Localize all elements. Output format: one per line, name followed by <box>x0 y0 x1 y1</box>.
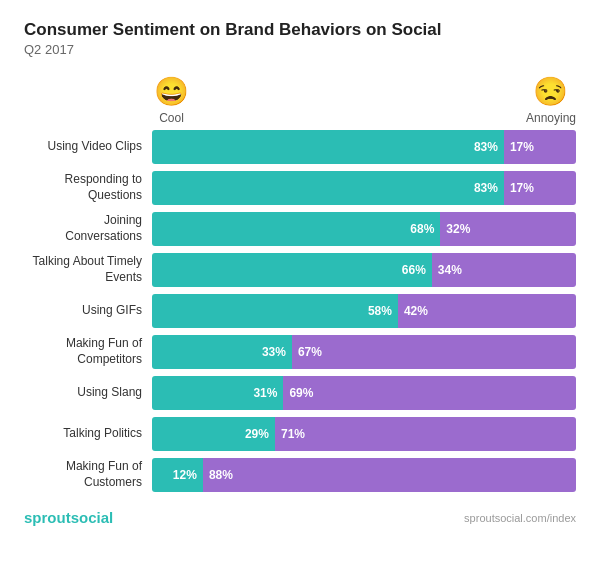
row-label: Using Slang <box>24 385 152 401</box>
bar-container: 29%71% <box>152 417 576 451</box>
footer: sproutsocial sproutsocial.com/index <box>24 509 576 526</box>
chart-area: Using Video Clips83%17%Responding to Que… <box>24 129 576 493</box>
bar-annoying: 32% <box>440 212 576 246</box>
row-label: Joining Conversations <box>24 213 152 244</box>
bar-cool: 33% <box>152 335 292 369</box>
annoying-label: 😒 Annoying <box>526 75 576 125</box>
row-label: Responding to Questions <box>24 172 152 203</box>
table-row: Making Fun of Customers12%88% <box>24 457 576 493</box>
bar-container: 66%34% <box>152 253 576 287</box>
brand-prefix: sprout <box>24 509 71 526</box>
row-label: Making Fun of Customers <box>24 459 152 490</box>
row-label: Using Video Clips <box>24 139 152 155</box>
cool-label: 😄 Cool <box>154 75 189 125</box>
bar-container: 58%42% <box>152 294 576 328</box>
row-label: Using GIFs <box>24 303 152 319</box>
bar-container: 83%17% <box>152 130 576 164</box>
bar-cool: 29% <box>152 417 275 451</box>
bar-container: 83%17% <box>152 171 576 205</box>
table-row: Using Video Clips83%17% <box>24 129 576 165</box>
chart-subtitle: Q2 2017 <box>24 42 576 57</box>
annoying-text: Annoying <box>526 111 576 125</box>
bar-annoying: 69% <box>283 376 576 410</box>
bar-cool: 83% <box>152 171 504 205</box>
bar-container: 33%67% <box>152 335 576 369</box>
brand-suffix: social <box>71 509 114 526</box>
cool-text: Cool <box>159 111 184 125</box>
table-row: Talking About Timely Events66%34% <box>24 252 576 288</box>
cool-icon: 😄 <box>154 75 189 108</box>
bar-annoying: 17% <box>504 130 576 164</box>
bar-cool: 31% <box>152 376 283 410</box>
row-label: Talking Politics <box>24 426 152 442</box>
footer-url: sproutsocial.com/index <box>464 512 576 524</box>
annoying-icon: 😒 <box>533 75 568 108</box>
brand-logo: sproutsocial <box>24 509 113 526</box>
bar-annoying: 67% <box>292 335 576 369</box>
bar-annoying: 34% <box>432 253 576 287</box>
table-row: Joining Conversations68%32% <box>24 211 576 247</box>
bar-cool: 58% <box>152 294 398 328</box>
bar-cool: 66% <box>152 253 432 287</box>
bar-cool: 68% <box>152 212 440 246</box>
bar-cool: 83% <box>152 130 504 164</box>
table-row: Using Slang31%69% <box>24 375 576 411</box>
row-label: Making Fun of Competitors <box>24 336 152 367</box>
bar-annoying: 17% <box>504 171 576 205</box>
bar-container: 68%32% <box>152 212 576 246</box>
bar-container: 12%88% <box>152 458 576 492</box>
bar-cool: 12% <box>152 458 203 492</box>
table-row: Talking Politics29%71% <box>24 416 576 452</box>
table-row: Using GIFs58%42% <box>24 293 576 329</box>
table-row: Responding to Questions83%17% <box>24 170 576 206</box>
row-label: Talking About Timely Events <box>24 254 152 285</box>
bar-annoying: 71% <box>275 417 576 451</box>
bar-annoying: 42% <box>398 294 576 328</box>
bar-container: 31%69% <box>152 376 576 410</box>
bar-annoying: 88% <box>203 458 576 492</box>
chart-title: Consumer Sentiment on Brand Behaviors on… <box>24 20 576 40</box>
table-row: Making Fun of Competitors33%67% <box>24 334 576 370</box>
